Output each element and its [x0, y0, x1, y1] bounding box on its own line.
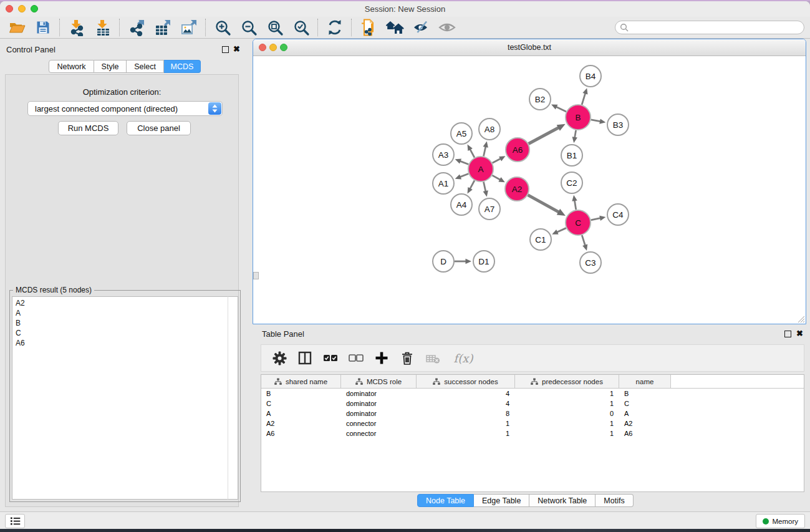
edge-B-B3[interactable]: [591, 120, 601, 122]
mcds-result-item[interactable]: A2: [12, 298, 228, 308]
memory-button[interactable]: Memory: [756, 514, 805, 528]
edge-A-A3[interactable]: [460, 161, 469, 165]
add-column-button[interactable]: [374, 350, 389, 366]
mcds-result-scrollbar[interactable]: [228, 296, 238, 500]
delete-button[interactable]: [400, 350, 415, 366]
edge-B-B2[interactable]: [556, 107, 566, 112]
tab-mcds[interactable]: MCDS: [164, 60, 201, 73]
table-row[interactable]: A2connector11A2: [261, 418, 804, 428]
close-panel-icon[interactable]: ✖: [233, 46, 240, 53]
network-canvas[interactable]: B4B2BB3A8A5A6B1A3AC2A1A2A4A7C4CC1C3DD1: [253, 56, 806, 324]
zoom-fit-button[interactable]: [262, 17, 288, 37]
table-float-panel-icon[interactable]: [784, 331, 791, 337]
zoom-out-button[interactable]: [236, 17, 262, 37]
mcds-result-item[interactable]: C: [12, 328, 228, 338]
export-network-button[interactable]: [123, 17, 150, 37]
table-row[interactable]: Adominator80A: [261, 409, 804, 418]
tab-style[interactable]: Style: [94, 60, 127, 73]
edge-B-B4[interactable]: [582, 92, 586, 105]
hide-annotations-button[interactable]: [408, 17, 434, 37]
edge-arrow-icon: [572, 195, 577, 201]
show-eye-button[interactable]: [434, 17, 460, 37]
canvas-left-grip[interactable]: [253, 272, 259, 279]
status-bar: Memory: [0, 511, 810, 530]
task-history-button[interactable]: [5, 514, 25, 528]
import-table-button[interactable]: [90, 17, 116, 37]
table-row[interactable]: A6connector11A6: [261, 428, 804, 438]
mcds-tab-content: Optimization criterion: largest connecte…: [5, 74, 239, 507]
show-columns-button[interactable]: [297, 350, 312, 366]
table-row[interactable]: Cdominator41C: [261, 399, 804, 409]
select-all-button[interactable]: [323, 350, 338, 366]
edge-arrow-icon: [455, 174, 461, 179]
node-label: C: [575, 218, 581, 228]
select-all-icon: [323, 354, 338, 362]
memory-label: Memory: [772, 518, 798, 525]
tab-network[interactable]: Network: [49, 60, 94, 73]
edge-arrow-icon: [599, 118, 605, 123]
edge-arrow-icon: [582, 244, 587, 251]
home-button[interactable]: [382, 17, 408, 37]
function-builder-button[interactable]: f(x): [451, 350, 476, 366]
edge-A-A2[interactable]: [492, 175, 501, 180]
column-header-predecessor-nodes[interactable]: predecessor nodes: [515, 375, 619, 388]
mcds-result-item[interactable]: B: [12, 318, 228, 328]
table-close-panel-icon[interactable]: ✖: [796, 330, 803, 337]
edge-A2-C[interactable]: [528, 195, 560, 213]
export-network-icon: [128, 19, 145, 36]
table-settings-button[interactable]: [272, 350, 287, 366]
node-label: B: [575, 113, 581, 122]
network-minimize-traffic-light[interactable]: [269, 44, 277, 51]
import-network-button[interactable]: [64, 17, 90, 37]
edge-A-A6[interactable]: [493, 158, 501, 163]
table-cell: 1: [515, 430, 619, 437]
list-icon: [10, 516, 21, 526]
run-mcds-button[interactable]: Run MCDS: [58, 121, 118, 135]
resize-grip-icon[interactable]: [797, 315, 805, 323]
open-session-button[interactable]: [4, 17, 30, 37]
save-session-button[interactable]: [30, 17, 56, 37]
column-header-mcds-role[interactable]: MCDS role: [341, 375, 417, 388]
mcds-result-item[interactable]: A: [12, 308, 228, 318]
tab-edge-table[interactable]: Edge Table: [474, 494, 529, 507]
ndex-import-button[interactable]: [355, 17, 382, 37]
edge-C-C3[interactable]: [582, 235, 586, 246]
export-image-button[interactable]: [176, 17, 202, 37]
zoom-selected-icon: [293, 19, 310, 36]
edge-C-C1[interactable]: [556, 228, 566, 233]
edge-C-C4[interactable]: [591, 218, 601, 220]
edge-A-A8[interactable]: [483, 146, 486, 157]
edge-A-A5[interactable]: [470, 148, 475, 157]
tab-select[interactable]: Select: [127, 60, 164, 73]
refresh-layout-button[interactable]: [322, 17, 348, 37]
edge-A-A1[interactable]: [460, 174, 469, 178]
search-input[interactable]: [629, 22, 804, 33]
column-header-shared-name[interactable]: shared name: [261, 375, 341, 388]
table-cell: dominator: [341, 390, 417, 397]
column-header-name[interactable]: name: [619, 375, 671, 388]
unselect-all-button[interactable]: [349, 350, 364, 366]
table-cell: B: [619, 390, 671, 397]
float-panel-icon[interactable]: [222, 46, 229, 53]
edge-A-A4[interactable]: [470, 180, 475, 189]
network-maximize-traffic-light[interactable]: [280, 44, 287, 51]
edge-C-C2[interactable]: [574, 200, 576, 210]
tab-motifs[interactable]: Motifs: [595, 494, 633, 507]
close-panel-button[interactable]: Close panel: [127, 121, 191, 135]
mcds-result-item[interactable]: A6: [12, 338, 228, 348]
criterion-dropdown[interactable]: largest connected component (directed): [27, 101, 223, 116]
tab-node-table[interactable]: Node Table: [417, 494, 474, 507]
node-label: D1: [478, 257, 489, 266]
column-header-successor-nodes[interactable]: successor nodes: [417, 375, 515, 388]
tab-network-table[interactable]: Network Table: [529, 494, 595, 507]
edge-A6-B[interactable]: [529, 127, 559, 143]
delete-table-button[interactable]: [425, 350, 440, 366]
zoom-in-button[interactable]: [210, 17, 236, 37]
table-toolbar: f(x): [261, 344, 804, 372]
eye-icon: [438, 20, 456, 35]
network-close-traffic-light[interactable]: [259, 44, 266, 51]
table-row[interactable]: Bdominator41B: [261, 389, 804, 399]
export-table-button[interactable]: [150, 17, 176, 37]
edge-A-A7[interactable]: [483, 182, 486, 193]
zoom-selected-button[interactable]: [288, 17, 314, 37]
